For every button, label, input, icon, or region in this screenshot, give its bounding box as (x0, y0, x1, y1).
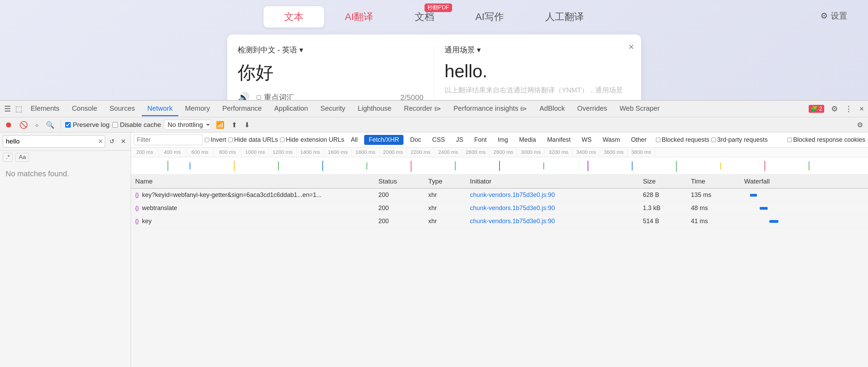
devtools-gear-icon[interactable]: ⚙ (830, 103, 839, 115)
third-party-check[interactable]: 3rd-party requests (711, 136, 768, 143)
devtools-close-button[interactable]: × (858, 103, 865, 115)
filter-doc[interactable]: Doc (406, 135, 426, 145)
tab-recorder[interactable]: Recorder ⌲ (398, 102, 447, 116)
scene-label: 通用场景 (445, 46, 475, 54)
disable-cache-checkbox[interactable] (112, 122, 118, 128)
record-button[interactable]: ⏺ (3, 119, 14, 131)
col-size[interactable]: Size (639, 175, 687, 188)
col-name[interactable]: Name (131, 175, 374, 188)
filter-js[interactable]: JS (451, 135, 468, 145)
table-row[interactable]: {} webtranslate 200 xhr chunk-vendors.1b… (131, 202, 868, 215)
devtools-more-icon[interactable]: ⋮ (844, 103, 854, 115)
preserve-log-checkbox[interactable] (65, 122, 71, 128)
col-waterfall[interactable]: Waterfall (740, 175, 868, 188)
disable-cache-check[interactable]: Disable cache (112, 121, 161, 129)
source-lang-selector[interactable]: 检测到中文 - 英语 ▾ (238, 45, 424, 55)
tab-ai-write[interactable]: AI写作 (455, 6, 525, 28)
filter-bar: Invert Hide data URLs Hide extension URL… (131, 132, 868, 148)
row-size-1: 1.3 kB (639, 202, 687, 215)
filter-manifest[interactable]: Manifest (542, 135, 575, 145)
tab-performance[interactable]: Performance (217, 102, 268, 116)
throttle-select[interactable]: No throttling (164, 120, 211, 130)
search-network-button[interactable]: 🔍 (44, 119, 57, 130)
blocked-requests-checkbox[interactable] (656, 138, 660, 142)
col-initiator[interactable]: Initiator (466, 175, 639, 188)
blocked-cookies-check[interactable]: Blocked response cookies (787, 136, 865, 143)
table-row[interactable]: {} key 200 xhr chunk-vendors.1b75d3e0.js… (131, 215, 868, 228)
invert-checkbox[interactable] (205, 138, 209, 142)
search-panel: ✕ ↺ ✕ .* Aa No matches found. (0, 132, 131, 367)
timeline-chart (131, 157, 868, 175)
preserve-log-check[interactable]: Preserve log (65, 121, 110, 129)
tab-adblock[interactable]: AdBlock (534, 102, 570, 116)
row-type-2: xhr (424, 215, 466, 228)
blocked-requests-check[interactable]: Blocked requests (656, 136, 709, 143)
filter-font[interactable]: Font (470, 135, 491, 145)
tab-ai-translate[interactable]: AI翻译 (324, 6, 394, 28)
col-type[interactable]: Type (424, 175, 466, 188)
filter-wasm[interactable]: Wasm (598, 135, 624, 145)
row-initiator-1[interactable]: chunk-vendors.1b75d3e0.js:90 (466, 202, 639, 215)
tab-manual[interactable]: 人工翻译 (525, 6, 605, 28)
hide-data-urls-check[interactable]: Hide data URLs (228, 136, 278, 143)
tab-perf-insights[interactable]: Performance insights ⌲ (448, 102, 532, 116)
wifi-icon[interactable]: 📶 (214, 119, 227, 130)
close-button[interactable]: × (628, 41, 634, 52)
filter-button[interactable]: ⬦ (33, 119, 41, 130)
filter-ws[interactable]: WS (577, 135, 596, 145)
col-time[interactable]: Time (687, 175, 740, 188)
regex-button[interactable]: .* (3, 153, 13, 162)
filter-all[interactable]: All (346, 135, 362, 145)
tab-console[interactable]: Console (66, 102, 102, 116)
table-row[interactable]: {} key?keyid=webfanyi-key-getter&sign=6a… (131, 188, 868, 202)
third-party-checkbox[interactable] (711, 138, 716, 142)
export-har-button[interactable]: ⬇ (242, 119, 252, 130)
hide-ext-urls-checkbox[interactable] (280, 138, 285, 142)
tab-wenben[interactable]: 文本 (263, 6, 324, 28)
table-header-row: Name Status Type Initiator Size Time Wat… (131, 175, 868, 188)
filter-other[interactable]: Other (627, 135, 651, 145)
hide-data-urls-checkbox[interactable] (228, 138, 233, 142)
search-clear-button[interactable]: ✕ (98, 138, 103, 145)
tab-elements[interactable]: Elements (25, 102, 65, 116)
row-initiator-2[interactable]: chunk-vendors.1b75d3e0.js:90 (466, 215, 639, 228)
blocked-cookies-checkbox[interactable] (787, 138, 792, 142)
clear-button[interactable]: 🚫 (17, 119, 30, 130)
filter-input[interactable] (134, 135, 203, 145)
filter-media[interactable]: Media (515, 135, 540, 145)
devtools-inspect-icon[interactable]: ⬚ (14, 103, 24, 115)
filter-css[interactable]: CSS (428, 135, 449, 145)
search-refresh-button[interactable]: ↺ (107, 136, 117, 147)
case-sensitive-button[interactable]: Aa (16, 153, 29, 162)
key-vocab-checkbox[interactable] (257, 95, 261, 100)
tab-web-scraper[interactable]: Web Scraper (614, 102, 665, 116)
col-status[interactable]: Status (374, 175, 424, 188)
filter-fetch-xhr[interactable]: Fetch/XHR (364, 135, 403, 145)
tab-application[interactable]: Application (269, 102, 313, 116)
tab-ai-write-label: AI写作 (476, 11, 504, 22)
settings-button[interactable]: ⚙ 设置 (820, 10, 847, 21)
search-close-button[interactable]: ✕ (119, 136, 128, 147)
tab-lighthouse[interactable]: Lighthouse (352, 102, 397, 116)
row-initiator-0[interactable]: chunk-vendors.1b75d3e0.js:90 (466, 188, 639, 202)
tab-overrides[interactable]: Overrides (572, 102, 613, 116)
tab-sources[interactable]: Sources (104, 102, 140, 116)
hide-ext-urls-check[interactable]: Hide extension URLs (280, 136, 344, 143)
network-settings-button[interactable]: ⚙ (855, 119, 865, 130)
import-har-button[interactable]: ⬆ (229, 119, 239, 130)
scene-selector[interactable]: 通用场景 ▾ (445, 45, 631, 55)
tab-doc[interactable]: 秒翻PDF 文档 (394, 6, 455, 28)
input-text[interactable]: 你好 (238, 61, 424, 85)
gear-icon: ⚙ (820, 11, 828, 21)
filter-img[interactable]: Img (493, 135, 512, 145)
search-input[interactable] (3, 135, 105, 148)
requests-table-scroll[interactable]: Name Status Type Initiator Size Time Wat… (131, 175, 868, 367)
app-container: 文本 AI翻译 秒翻PDF 文档 AI写作 人工翻译 ⚙ 设置 × 检测到中文 … (0, 0, 868, 100)
invert-check[interactable]: Invert (205, 136, 226, 143)
network-toolbar: ⏺ 🚫 ⬦ 🔍 Preserve log Disable cache No th… (0, 117, 868, 132)
tab-memory[interactable]: Memory (180, 102, 216, 116)
tab-security[interactable]: Security (315, 102, 351, 116)
devtools-menu-icon[interactable]: ☰ (3, 103, 12, 115)
tab-network[interactable]: Network (142, 102, 178, 116)
xhr-icon-2: {} (135, 218, 139, 224)
